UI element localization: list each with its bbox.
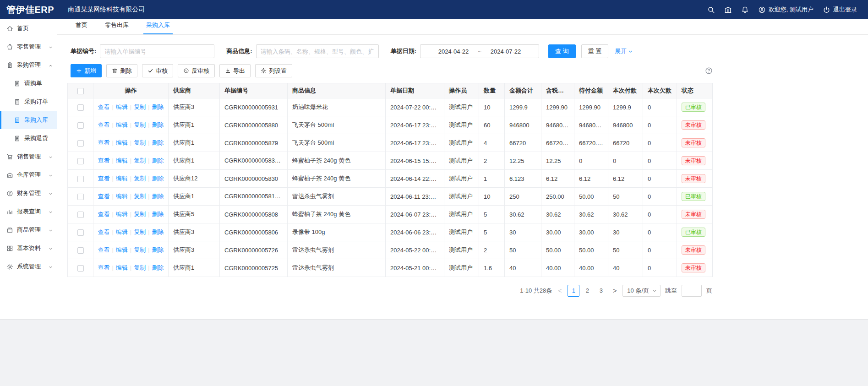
row-action-view[interactable]: 查看 (98, 228, 109, 235)
cell-goods: 雷达杀虫气雾剂 (288, 259, 386, 277)
search-button[interactable]: 查 询 (548, 44, 576, 58)
row-checkbox[interactable] (77, 158, 84, 164)
row-action-view[interactable]: 查看 (98, 246, 109, 253)
row-action-view[interactable]: 查看 (98, 103, 109, 110)
row-action-delete[interactable]: 删除 (152, 264, 164, 271)
column-settings-button[interactable]: 列设置 (255, 64, 292, 77)
row-action-view[interactable]: 查看 (98, 175, 109, 182)
row-action-copy[interactable]: 复制 (134, 193, 146, 200)
row-checkbox[interactable] (77, 104, 84, 111)
page-button-2[interactable]: 2 (581, 285, 593, 297)
sidebar-item-purchase-order[interactable]: 采购订单 (0, 92, 57, 111)
jump-page-input[interactable] (682, 285, 702, 297)
row-checkbox[interactable] (77, 176, 84, 182)
tab-home[interactable]: 首页 (73, 21, 90, 34)
row-action-delete[interactable]: 删除 (152, 211, 164, 217)
logout-button[interactable]: 退出登录 (823, 5, 857, 14)
sidebar-item-home[interactable]: 首页 (0, 19, 57, 38)
row-action-edit[interactable]: 编辑 (116, 211, 128, 217)
prev-page-icon[interactable]: < (557, 287, 563, 294)
goods-info-input[interactable] (256, 44, 379, 58)
date-range-picker[interactable]: 2024-04-22 ~ 2024-07-22 (420, 44, 539, 58)
row-action-copy[interactable]: 复制 (134, 211, 146, 217)
sidebar-item-purchase[interactable]: 采购管理 (0, 56, 57, 74)
sidebar-item-purchase-inbound[interactable]: 采购入库 (0, 111, 57, 129)
cell-paid: 50 (608, 188, 643, 206)
page-button-1[interactable]: 1 (568, 285, 579, 297)
row-action-view[interactable]: 查看 (98, 157, 109, 164)
sidebar-item-warehouse[interactable]: 仓库管理 (0, 166, 57, 184)
row-action-delete[interactable]: 删除 (152, 121, 164, 128)
row-action-edit[interactable]: 编辑 (116, 193, 128, 200)
search-icon[interactable] (707, 6, 715, 14)
row-checkbox[interactable] (77, 140, 84, 147)
row-action-edit[interactable]: 编辑 (116, 139, 128, 146)
sidebar-item-base-data[interactable]: 基本资料 (0, 239, 57, 257)
row-action-view[interactable]: 查看 (98, 264, 109, 271)
tab-retail-outbound[interactable]: 零售出库 (102, 21, 131, 34)
sidebar-item-purchase-return[interactable]: 采购退货 (0, 129, 57, 147)
row-action-copy[interactable]: 复制 (134, 103, 146, 110)
row-action-delete[interactable]: 删除 (152, 139, 164, 146)
sidebar-item-goods[interactable]: 商品管理 (0, 221, 57, 239)
sidebar-item-purchase-request[interactable]: 请购单 (0, 74, 57, 92)
row-checkbox[interactable] (77, 212, 84, 218)
add-button[interactable]: 新增 (71, 64, 102, 77)
row-action-copy[interactable]: 复制 (134, 121, 146, 128)
row-action-edit[interactable]: 编辑 (116, 157, 128, 164)
row-action-delete[interactable]: 删除 (152, 246, 164, 253)
company-building-icon[interactable] (724, 6, 732, 14)
row-action-delete[interactable]: 删除 (152, 157, 164, 164)
row-action-copy[interactable]: 复制 (134, 175, 146, 182)
export-button[interactable]: 导出 (219, 64, 251, 77)
row-checkbox[interactable] (77, 122, 84, 129)
unaudit-button[interactable]: 反审核 (178, 64, 215, 77)
delete-button[interactable]: 删除 (106, 64, 137, 77)
row-action-delete[interactable]: 删除 (152, 175, 164, 182)
row-action-copy[interactable]: 复制 (134, 139, 146, 146)
help-icon[interactable] (705, 67, 713, 75)
row-action-copy[interactable]: 复制 (134, 264, 146, 271)
cell-qty: 1 (479, 170, 505, 188)
row-action-edit[interactable]: 编辑 (116, 246, 128, 253)
row-action-copy[interactable]: 复制 (134, 157, 146, 164)
row-action-copy[interactable]: 复制 (134, 228, 146, 235)
row-action-edit[interactable]: 编辑 (116, 121, 128, 128)
row-action-view[interactable]: 查看 (98, 193, 109, 200)
expand-link[interactable]: 展开 (615, 47, 633, 55)
sidebar-item-sales[interactable]: 销售管理 (0, 147, 57, 166)
user-menu[interactable]: 欢迎您, 测试用户 (758, 5, 813, 14)
row-checkbox[interactable] (77, 247, 84, 254)
tab-purchase-inbound[interactable]: 采购入库 (143, 21, 173, 34)
bell-icon[interactable] (741, 6, 749, 14)
sidebar-item-reports[interactable]: 报表查询 (0, 202, 57, 221)
bill-no-input[interactable] (100, 44, 214, 58)
row-action-edit[interactable]: 编辑 (116, 228, 128, 235)
app-logo[interactable]: 管伊佳ERP (6, 4, 54, 16)
row-action-delete[interactable]: 删除 (152, 103, 164, 110)
row-action-edit[interactable]: 编辑 (116, 175, 128, 182)
row-action-delete[interactable]: 删除 (152, 193, 164, 200)
row-action-view[interactable]: 查看 (98, 139, 109, 146)
row-checkbox[interactable] (77, 265, 84, 272)
sidebar-item-system[interactable]: 系统管理 (0, 257, 57, 276)
row-checkbox[interactable] (77, 194, 84, 200)
row-action-view[interactable]: 查看 (98, 211, 109, 217)
sidebar-item-retail[interactable]: 零售管理 (0, 38, 57, 56)
row-checkbox[interactable] (77, 229, 84, 236)
date-start-value[interactable]: 2024-04-22 (438, 48, 469, 55)
row-action-copy[interactable]: 复制 (134, 246, 146, 253)
row-action-edit[interactable]: 编辑 (116, 103, 128, 110)
row-action-edit[interactable]: 编辑 (116, 264, 128, 271)
column-header-bill-no: 单据编号 (220, 83, 288, 98)
page-size-select[interactable]: 10 条/页 (622, 285, 661, 297)
date-end-value[interactable]: 2024-07-22 (491, 48, 521, 55)
sidebar-item-finance[interactable]: 财务管理 (0, 184, 57, 202)
next-page-icon[interactable]: > (611, 287, 618, 294)
audit-button[interactable]: 审核 (142, 64, 173, 77)
select-all-checkbox[interactable] (77, 88, 84, 94)
page-button-3[interactable]: 3 (595, 285, 607, 297)
row-action-view[interactable]: 查看 (98, 121, 109, 128)
reset-button[interactable]: 重 置 (581, 44, 609, 58)
row-action-delete[interactable]: 删除 (152, 228, 164, 235)
